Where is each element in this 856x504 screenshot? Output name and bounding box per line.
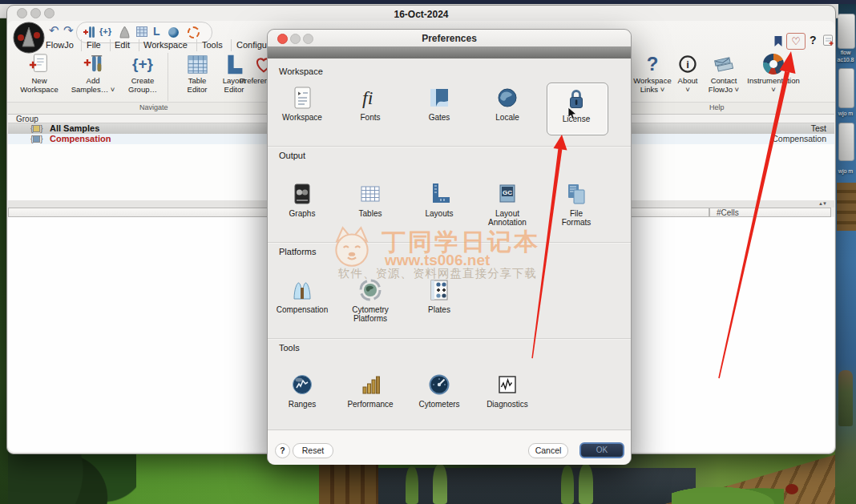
- arrow-to-heart: [718, 51, 795, 378]
- screen: flow ac10.8 wjo m wjo m 16-Oct-2024 ↶ ↷: [0, 0, 856, 504]
- arrow-to-license: [531, 135, 567, 358]
- annotation-arrows: [0, 0, 856, 504]
